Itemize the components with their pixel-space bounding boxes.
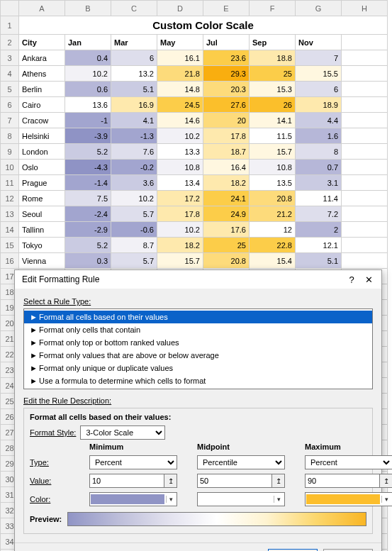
data-cell[interactable]: 13.3 — [157, 144, 203, 160]
data-cell[interactable]: 5.2 — [65, 238, 111, 253]
row-header[interactable]: 3 — [1, 50, 19, 66]
cell[interactable] — [342, 144, 388, 160]
data-cell[interactable]: 12 — [250, 222, 296, 238]
city-cell[interactable]: Seoul — [19, 206, 65, 222]
data-cell[interactable]: 25 — [250, 66, 296, 82]
data-cell[interactable]: 5.2 — [65, 144, 111, 160]
table-column-header[interactable]: Nov — [296, 35, 342, 50]
table-column-header[interactable]: City — [19, 35, 65, 50]
data-cell[interactable]: -3.9 — [65, 128, 111, 144]
data-cell[interactable]: 18.2 — [157, 238, 203, 253]
data-cell[interactable]: 0.3 — [65, 253, 111, 269]
data-cell[interactable]: 7 — [296, 50, 342, 66]
data-cell[interactable]: 8.7 — [111, 238, 157, 253]
city-cell[interactable]: Rome — [19, 191, 65, 206]
range-picker-icon[interactable]: ↥ — [164, 474, 177, 487]
data-cell[interactable]: 13.5 — [250, 175, 296, 191]
sheet-title[interactable]: Custom Color Scale — [19, 16, 388, 35]
data-cell[interactable]: 20 — [203, 113, 250, 128]
data-cell[interactable]: 18.9 — [296, 97, 342, 113]
table-column-header[interactable]: Mar — [111, 35, 157, 50]
data-cell[interactable]: 4.1 — [111, 113, 157, 128]
data-cell[interactable]: 17.8 — [203, 128, 250, 144]
rule-type-item[interactable]: ► Format all cells based on their values — [24, 311, 372, 323]
cell[interactable] — [342, 82, 388, 97]
data-cell[interactable]: 18.7 — [203, 144, 250, 160]
cell[interactable] — [342, 97, 388, 113]
cell[interactable] — [342, 35, 388, 50]
data-cell[interactable]: 1.6 — [296, 128, 342, 144]
data-cell[interactable]: 15.7 — [157, 253, 203, 269]
data-cell[interactable]: 6 — [111, 50, 157, 66]
dialog-titlebar[interactable]: Edit Formatting Rule ? ✕ — [15, 270, 381, 289]
row-header[interactable]: 12 — [1, 191, 19, 206]
city-cell[interactable]: Cracow — [19, 113, 65, 128]
data-cell[interactable]: 12.1 — [296, 238, 342, 253]
maximum-type-select[interactable]: Percent — [305, 455, 392, 469]
data-cell[interactable]: 13.2 — [111, 66, 157, 82]
data-cell[interactable]: 13.6 — [65, 97, 111, 113]
rule-type-item[interactable]: ► Use a formula to determine which cells… — [24, 374, 372, 387]
cell[interactable] — [342, 128, 388, 144]
city-cell[interactable]: Tokyo — [19, 238, 65, 253]
close-icon[interactable]: ✕ — [360, 274, 377, 285]
row-header[interactable]: 11 — [1, 175, 19, 191]
format-style-select[interactable]: 3-Color Scale — [80, 425, 165, 440]
data-cell[interactable]: 5.7 — [111, 253, 157, 269]
data-cell[interactable]: 2 — [296, 222, 342, 238]
data-cell[interactable]: 16.4 — [203, 160, 250, 175]
data-cell[interactable]: 29.3 — [203, 66, 250, 82]
data-cell[interactable]: 22.8 — [250, 238, 296, 253]
data-cell[interactable]: 5.1 — [296, 253, 342, 269]
row-header[interactable]: 2 — [1, 35, 19, 50]
data-cell[interactable]: -2.9 — [65, 222, 111, 238]
table-column-header[interactable]: Jul — [203, 35, 250, 50]
city-cell[interactable]: London — [19, 144, 65, 160]
data-cell[interactable]: 0.7 — [296, 160, 342, 175]
column-header[interactable]: C — [111, 1, 157, 16]
data-cell[interactable]: 14.6 — [157, 113, 203, 128]
data-cell[interactable]: -1.4 — [65, 175, 111, 191]
row-header[interactable]: 5 — [1, 82, 19, 97]
cell[interactable] — [342, 238, 388, 253]
data-cell[interactable]: 20.8 — [250, 191, 296, 206]
midpoint-type-select[interactable]: Percentile — [197, 455, 285, 469]
rule-type-item[interactable]: ► Format only unique or duplicate values — [24, 362, 372, 374]
table-column-header[interactable]: May — [157, 35, 203, 50]
data-cell[interactable]: 8 — [296, 144, 342, 160]
city-cell[interactable]: Vienna — [19, 253, 65, 269]
data-cell[interactable]: 3.6 — [111, 175, 157, 191]
table-column-header[interactable]: Jan — [65, 35, 111, 50]
cell[interactable] — [342, 50, 388, 66]
data-cell[interactable]: 13.4 — [157, 175, 203, 191]
row-header[interactable]: 1 — [1, 16, 19, 35]
range-picker-icon[interactable]: ↥ — [379, 474, 392, 487]
data-cell[interactable]: 18.8 — [250, 50, 296, 66]
data-cell[interactable]: 26 — [250, 97, 296, 113]
cell[interactable] — [342, 206, 388, 222]
data-cell[interactable]: 7.2 — [296, 206, 342, 222]
cell[interactable] — [342, 191, 388, 206]
data-cell[interactable]: 10.2 — [65, 66, 111, 82]
data-cell[interactable]: 11.5 — [250, 128, 296, 144]
column-header[interactable]: E — [203, 1, 250, 16]
data-cell[interactable]: 23.6 — [203, 50, 250, 66]
data-cell[interactable]: 7.6 — [111, 144, 157, 160]
data-cell[interactable]: 24.1 — [203, 191, 250, 206]
city-cell[interactable]: Prague — [19, 175, 65, 191]
cell[interactable] — [342, 253, 388, 269]
table-column-header[interactable]: Sep — [250, 35, 296, 50]
row-header[interactable]: 6 — [1, 97, 19, 113]
data-cell[interactable]: 5.1 — [111, 82, 157, 97]
rule-type-item[interactable]: ► Format only cells that contain — [24, 323, 372, 336]
data-cell[interactable]: 10.2 — [157, 222, 203, 238]
column-header[interactable]: B — [65, 1, 111, 16]
data-cell[interactable]: 11.4 — [296, 191, 342, 206]
data-cell[interactable]: 24.5 — [157, 97, 203, 113]
row-header[interactable]: 14 — [1, 222, 19, 238]
data-cell[interactable]: 5.7 — [111, 206, 157, 222]
row-header[interactable]: 4 — [1, 66, 19, 82]
data-cell[interactable]: 10.8 — [157, 160, 203, 175]
data-cell[interactable]: 15.4 — [250, 253, 296, 269]
data-cell[interactable]: 18.2 — [203, 175, 250, 191]
